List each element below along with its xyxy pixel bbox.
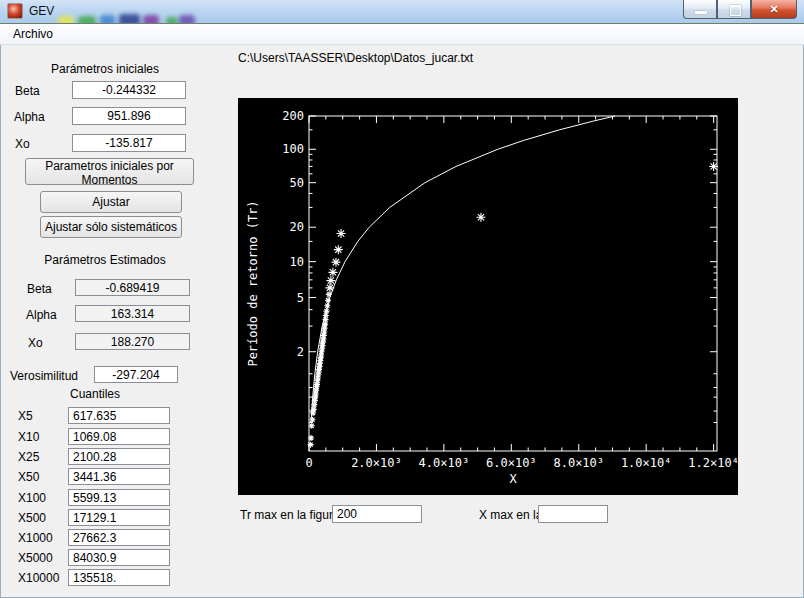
svg-text:4.0×10³: 4.0×10³ [419,456,470,470]
return-period-plot: 02.0×10³4.0×10³6.0×10³8.0×10³1.0×10⁴1.2×… [238,98,738,495]
quantile-x1000-field[interactable] [68,529,170,546]
glass-artifact [119,14,140,24]
glass-artifact [100,15,115,24]
svg-text:50: 50 [290,176,304,190]
initial-params-title: Parámetros iniciales [30,62,180,76]
svg-text:2: 2 [297,345,304,359]
initial-alpha-field[interactable] [72,107,186,125]
quantile-x10-field[interactable] [68,428,170,445]
x-max-input[interactable] [538,505,608,523]
moments-button[interactable]: Parametros iniciales por Momentos [25,158,194,185]
likelihood-field[interactable] [94,366,178,383]
svg-text:20: 20 [290,220,304,234]
initial-beta-label: Beta [15,84,40,98]
initial-alpha-label: Alpha [14,110,45,124]
svg-text:2.0×10³: 2.0×10³ [351,456,402,470]
svg-text:X: X [509,472,517,486]
svg-text:100: 100 [282,142,304,156]
quantile-x5-field[interactable] [68,407,170,424]
quantile-x500-label: X500 [18,511,46,525]
glass-artifact [143,15,159,24]
estimated-xo-label: Xo [28,336,43,350]
svg-text:5: 5 [297,291,304,305]
minimize-button[interactable] [683,0,717,19]
estimated-beta-label: Beta [27,282,52,296]
maximize-button[interactable] [717,0,751,19]
tr-max-label: Tr max en la figura [240,508,340,522]
quantile-x10000-field[interactable] [68,569,170,586]
quantile-x5000-label: X5000 [18,551,53,565]
menu-bar: Archivo [0,24,804,45]
estimated-xo-field[interactable] [75,333,190,350]
initial-xo-label: Xo [15,137,30,151]
close-button[interactable]: ✕ [751,0,797,19]
quantile-x25-label: X25 [18,450,39,464]
tr-max-input[interactable] [332,505,422,523]
gev-window: { "window": { "title": "GEV", "menu_item… [0,0,804,598]
quantile-x10-label: X10 [18,430,39,444]
initial-xo-field[interactable] [72,134,186,152]
glass-artifact [166,17,178,24]
close-icon: ✕ [769,3,778,15]
glass-artifact [58,16,74,24]
file-path: C:\Users\TAASSER\Desktop\Datos_jucar.txt [238,51,473,65]
quantile-x1000-label: X1000 [18,531,53,545]
quantile-x50-field[interactable] [68,468,170,485]
svg-text:10: 10 [290,255,304,269]
svg-text:0: 0 [305,456,312,470]
quantile-x5000-field[interactable] [68,549,170,566]
glass-artifact [179,15,195,24]
quantile-x5-label: X5 [18,409,33,423]
fit-button[interactable]: Ajustar [40,191,182,213]
fit-systematic-button[interactable]: Ajustar sólo sistemáticos [40,216,182,238]
minimize-icon [695,11,707,14]
maximize-icon [730,5,741,16]
glass-artifact [78,16,96,24]
quantile-x100-label: X100 [18,491,46,505]
svg-text:1.0×10⁴: 1.0×10⁴ [621,456,672,470]
quantile-x50-label: X50 [18,470,39,484]
estimated-alpha-field[interactable] [75,305,190,322]
initial-beta-field[interactable] [72,81,186,99]
svg-text:8.0×10³: 8.0×10³ [553,456,604,470]
likelihood-label: Verosimilitud [10,369,78,383]
estimated-params-title: Parámetros Estimados [30,253,180,267]
svg-text:6.0×10³: 6.0×10³ [486,456,537,470]
quantiles-title: Cuantiles [40,387,150,401]
svg-text:200: 200 [282,109,304,123]
estimated-beta-field[interactable] [75,279,190,296]
quantile-x10000-label: X10000 [18,571,59,585]
quantile-x25-field[interactable] [68,448,170,465]
quantile-x100-field[interactable] [68,489,170,506]
quantile-x500-field[interactable] [68,509,170,526]
svg-text:Período de retorno (Tr): Período de retorno (Tr) [246,200,260,366]
svg-text:1.2×10⁴: 1.2×10⁴ [688,456,739,470]
estimated-alpha-label: Alpha [26,308,57,322]
menu-archivo[interactable]: Archivo [9,27,57,41]
window-controls: ✕ [683,0,797,19]
window-title: GEV [29,4,54,18]
app-icon [7,3,23,19]
